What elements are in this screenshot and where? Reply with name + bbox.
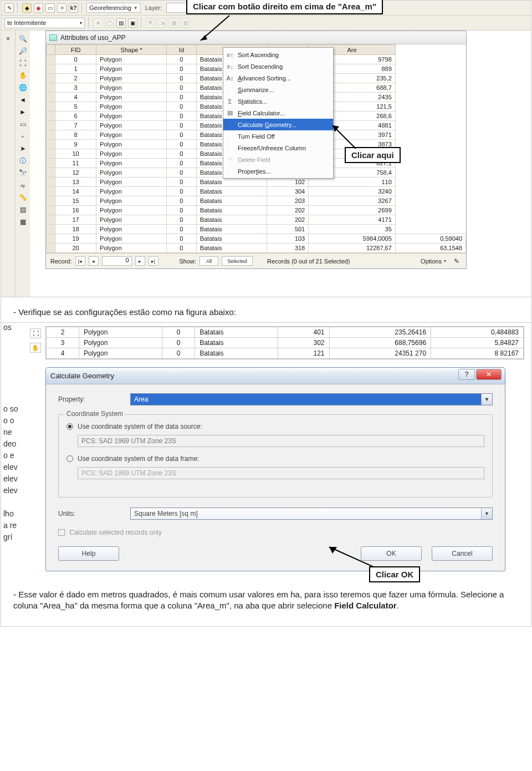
menu-turn-field-off[interactable]: Turn Field Off: [223, 130, 333, 142]
measure-icon[interactable]: 📏: [18, 192, 28, 202]
callout-click-ok: Clicar OK: [369, 566, 420, 582]
callout-right-click: Clicar com botão direito em cima de "Are…: [186, 0, 383, 14]
chevron-down-icon: ▾: [80, 21, 82, 26]
options-dropdown[interactable]: Options ▾: [418, 256, 448, 266]
table-row[interactable]: 15Polygon0Batatais2033267: [47, 196, 466, 206]
pointer-icon[interactable]: ➤: [18, 144, 28, 154]
clear-sel-icon[interactable]: ▫: [18, 131, 28, 141]
tool-btn[interactable]: ▭: [45, 3, 55, 13]
find-icon[interactable]: 🔭: [18, 168, 28, 178]
full-extent-icon[interactable]: ⛶: [30, 328, 41, 338]
cropped-text-fragments: oso soo o nedeoo eelevelevelevlhoa regrí: [1, 323, 25, 581]
menu-properties[interactable]: Properties...: [223, 165, 333, 177]
column-context-menu: ≡↑Sort Ascending ≡↓Sort Descending A↕Adv…: [223, 47, 334, 179]
dialog-titlebar[interactable]: Calculate Geometry ? ✕: [46, 368, 505, 384]
instruction-text-2: - Esse valor é dado em metros quadrados,…: [1, 581, 531, 626]
chevron-down-icon: ▼: [481, 394, 492, 405]
tool-btn[interactable]: ✕: [93, 18, 103, 28]
pencil-icon[interactable]: ✎: [452, 256, 462, 266]
pan-icon[interactable]: ✋: [30, 343, 41, 353]
separator: [88, 18, 90, 28]
menu-sort-descending[interactable]: ≡↓Sort Descending: [223, 60, 333, 72]
separator: [17, 3, 19, 13]
tool-btn[interactable]: ⇲: [157, 18, 167, 28]
table-row[interactable]: 13Polygon0Batatais102110: [47, 177, 466, 187]
close-icon[interactable]: ×: [3, 34, 13, 44]
georeferencing-dropdown[interactable]: Georeferencing ▼: [86, 3, 141, 13]
help-button[interactable]: ?: [458, 369, 475, 380]
layer-select[interactable]: te Intermitente ▾: [4, 18, 85, 28]
full-extent-icon[interactable]: ⛶: [18, 58, 28, 68]
next-record-button[interactable]: ▸: [135, 256, 145, 266]
units-select[interactable]: Square Meters [sq m] ▼: [130, 508, 493, 520]
attributes-title: Attributes of uso_APP: [60, 34, 125, 42]
tool-btn[interactable]: ✎: [4, 3, 14, 13]
table-icon: [49, 34, 57, 41]
help-button[interactable]: Help: [58, 546, 119, 561]
map-canvas: Attributes of uso_APP FIDShape *Idmunicu…: [30, 31, 531, 297]
tool-btn[interactable]: ▤: [116, 18, 126, 28]
calculate-geometry-dialog: Calculate Geometry ? ✕ Property: Area: [45, 367, 505, 571]
radio-data-source[interactable]: Use coordinate system of the data source…: [66, 423, 484, 430]
tool-btn[interactable]: ▤: [18, 205, 28, 215]
property-select[interactable]: Area ▼: [130, 393, 493, 405]
tool-btn[interactable]: ◆: [22, 3, 32, 13]
figure-calculate-geometry: oso soo o nedeoo eelevelevelevlhoa regrí…: [1, 322, 531, 581]
menu-calculate-geometry[interactable]: Calculate Geometry...: [223, 119, 333, 130]
cancel-button[interactable]: Cancel: [432, 546, 493, 561]
menu-field-calculator[interactable]: ▤Field Calculator...: [223, 107, 333, 119]
prev-record-button[interactable]: ◂: [89, 256, 99, 266]
layer-select-text: te Intermitente: [7, 19, 46, 26]
source-cs-box: PCS: SAD 1969 UTM Zone 23S: [78, 435, 484, 447]
tool-btn[interactable]: ⇱: [146, 18, 155, 28]
tool-btn[interactable]: ▦: [18, 217, 28, 227]
table-row[interactable]: 17Polygon0Batatais2024171: [47, 215, 466, 225]
menu-sort-ascending[interactable]: ≡↑Sort Ascending: [223, 49, 333, 60]
separator: [141, 18, 142, 28]
record-input[interactable]: 0: [102, 256, 132, 266]
tool-btn[interactable]: ◯: [105, 18, 114, 28]
menu-summarize[interactable]: Summarize...: [223, 84, 333, 95]
dialog-title: Calculate Geometry: [50, 372, 114, 380]
attributes-titlebar[interactable]: Attributes of uso_APP: [46, 31, 466, 44]
menu-advanced-sorting[interactable]: A↕Advanced Sorting...: [223, 72, 333, 84]
close-button[interactable]: ✕: [476, 369, 502, 380]
table-row[interactable]: 19Polygon0Batatais1035984,00050,59040: [47, 234, 466, 244]
ok-button[interactable]: OK: [361, 546, 422, 561]
back-icon[interactable]: ◄: [18, 95, 28, 105]
table-row[interactable]: 14Polygon0Batatais3043240: [47, 187, 466, 196]
radio-on-icon: [66, 423, 73, 430]
toolbar-row-2: te Intermitente ▾ ✕ ◯ ▤ ▣ ⇱ ⇲ ⊞ ⊟: [1, 16, 531, 31]
forward-icon[interactable]: ►: [18, 107, 28, 117]
zoom-in-icon[interactable]: 🔍: [18, 34, 28, 44]
tool-btn[interactable]: ⊞: [169, 18, 178, 28]
records-info: Records (0 out of 21 Selected): [267, 258, 350, 265]
table-row[interactable]: 16Polygon0Batatais2022699: [47, 206, 466, 215]
table-row[interactable]: 20Polygon0Batatais31812287,6763,1548: [47, 244, 466, 253]
tool-btn[interactable]: ⊟: [181, 18, 190, 28]
table-row[interactable]: 18Polygon0Batatais50135: [47, 225, 466, 234]
radio-data-frame[interactable]: Use coordinate system of the data frame:: [66, 455, 484, 463]
menu-statistics[interactable]: ΣStatistics...: [223, 95, 333, 107]
pan-icon[interactable]: ✋: [18, 70, 28, 80]
show-selected-button[interactable]: Selected: [222, 256, 253, 266]
select-icon[interactable]: ▭: [18, 119, 28, 129]
checkbox-selected-only: Calculate selected records only: [58, 529, 493, 536]
options-label: Options: [421, 258, 442, 265]
last-record-button[interactable]: ▸|: [149, 256, 158, 266]
radio-off-icon: [66, 455, 73, 462]
xy-icon[interactable]: xy: [18, 180, 28, 190]
tool-btn[interactable]: ✧: [57, 3, 66, 13]
property-label: Property:: [58, 395, 130, 403]
zoom-out-icon[interactable]: 🔎: [18, 46, 28, 56]
chevron-down-icon: ▼: [481, 508, 492, 519]
show-all-button[interactable]: All: [200, 256, 218, 266]
first-record-button[interactable]: |◂: [75, 256, 85, 266]
globe-icon[interactable]: 🌐: [18, 83, 28, 93]
help-icon[interactable]: k?: [69, 3, 78, 13]
identify-icon[interactable]: ⓘ: [18, 156, 28, 166]
tool-btn[interactable]: ▣: [128, 18, 137, 28]
tool-btn[interactable]: ◉: [34, 3, 43, 13]
menu-freeze-column[interactable]: Freeze/Unfreeze Column: [223, 142, 333, 154]
tools-strip: 🔍 🔎 ⛶ ✋ 🌐 ◄ ► ▭ ▫ ➤ ⓘ 🔭 xy 📏 ▤ ▦: [16, 31, 30, 297]
